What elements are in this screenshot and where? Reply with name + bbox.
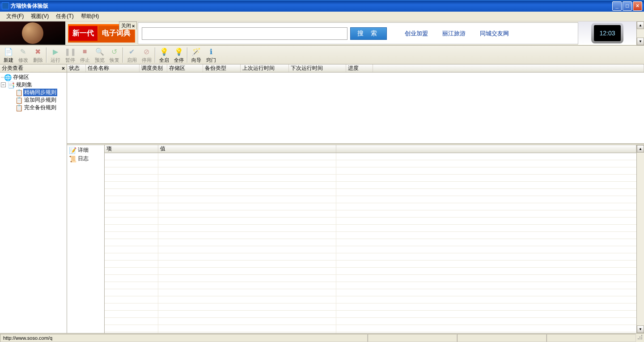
tb-new[interactable]: 📄新建	[1, 46, 16, 64]
detail-row[interactable]	[105, 203, 636, 210]
detail-tab-info[interactable]: 📝 详细	[67, 146, 104, 154]
search-input[interactable]	[142, 27, 347, 40]
tree-node-rule-2[interactable]: 📋 完全备份规则	[13, 104, 66, 111]
detail-row[interactable]	[105, 182, 636, 189]
tb-enable: ✔启用	[124, 46, 139, 64]
detail-header: 项 值	[105, 145, 636, 153]
tree-node-rule-0[interactable]: 📋 精确同步规则	[13, 89, 66, 96]
minimize-button[interactable]: _	[612, 1, 622, 11]
col-backup-type[interactable]: 备份类型	[203, 64, 241, 72]
collapse-icon[interactable]: −	[1, 82, 6, 87]
tb-preview: 🔍预览	[92, 46, 107, 64]
col-status[interactable]: 状态	[67, 64, 86, 72]
detail-row[interactable]	[105, 167, 636, 175]
col-nextrun[interactable]: 下次运行时间	[289, 64, 346, 72]
tb-wizard[interactable]: 🪄向导	[189, 46, 203, 64]
sidebar-close-icon[interactable]: ×	[62, 65, 65, 72]
detail-row[interactable]	[105, 160, 636, 167]
detail-row[interactable]	[105, 253, 636, 261]
ad-close-tab[interactable]: 关闭 ×	[119, 21, 137, 30]
detail-row[interactable]	[105, 282, 636, 289]
detail-scrollbar[interactable]: ▲ ▼	[636, 145, 644, 333]
detail-row[interactable]	[105, 153, 636, 160]
detail-tabs: 📝 详细 📜 日志	[67, 145, 105, 333]
close-button[interactable]: ×	[633, 1, 642, 11]
scroll-down-icon[interactable]: ▼	[637, 38, 644, 45]
detail-row[interactable]	[105, 325, 636, 332]
scroll-up-icon[interactable]: ▲	[637, 21, 644, 29]
detail-col-item[interactable]: 项	[105, 145, 158, 153]
ruleset-icon: 📑	[7, 81, 14, 89]
ad-link-1[interactable]: 丽江旅游	[442, 30, 466, 38]
col-name[interactable]: 任务名称	[86, 64, 140, 72]
tb-allstart[interactable]: 💡全启	[157, 46, 171, 64]
toolbar-separator	[155, 47, 156, 63]
detail-row[interactable]	[105, 189, 636, 196]
search-button[interactable]: 搜 索	[350, 27, 387, 40]
tb-tips[interactable]: ℹ窍门	[203, 46, 218, 64]
tree: ┄ 🌐 存储区 − 📑 规则集 📋 精确同步规则 📋 追加同步规则	[0, 73, 67, 112]
detail-row[interactable]	[105, 239, 636, 246]
tb-allstop[interactable]: 💡全停	[171, 46, 186, 64]
detail-row[interactable]	[105, 311, 636, 318]
sidebar-header: 分类查看 ×	[0, 64, 67, 73]
detail-col-value[interactable]: 值	[158, 145, 336, 153]
scroll-track[interactable]	[637, 153, 644, 325]
main-area: 分类查看 × ┄ 🌐 存储区 − 📑 规则集 📋 精确同步规则 📋	[0, 64, 644, 333]
detail-pane: 📝 详细 📜 日志 项 值 ▲ ▼	[67, 145, 644, 333]
detail-row[interactable]	[105, 232, 636, 239]
menu-help[interactable]: 帮助(H)	[77, 12, 103, 21]
ad-scrollbar[interactable]: ▲ ▼	[636, 21, 644, 45]
menu-file[interactable]: 文件(F)	[3, 12, 27, 21]
maximize-button[interactable]: □	[623, 1, 632, 11]
resize-grip-icon[interactable]	[636, 335, 644, 341]
detail-row[interactable]	[105, 332, 636, 333]
tree-node-rule-1[interactable]: 📋 追加同步规则	[13, 96, 66, 104]
col-storage[interactable]: 存储区	[167, 64, 203, 72]
detail-row[interactable]	[105, 225, 636, 232]
detail-row[interactable]	[105, 304, 636, 311]
col-lastrun[interactable]: 上次运行时间	[241, 64, 289, 72]
tb-recover: ↺恢复	[107, 46, 122, 64]
detail-row[interactable]	[105, 196, 636, 203]
ad-link-2[interactable]: 同城交友网	[480, 30, 509, 38]
detail-row[interactable]	[105, 318, 636, 325]
app-icon	[2, 2, 9, 9]
scroll-track[interactable]	[637, 29, 644, 38]
svg-rect-3	[638, 338, 639, 339]
detail-row[interactable]	[105, 296, 636, 304]
scroll-up-icon[interactable]: ▲	[637, 145, 644, 153]
scroll-down-icon[interactable]: ▼	[637, 325, 644, 333]
ad-phone[interactable]: 12:03	[578, 21, 636, 45]
toolbar: 📄新建 ✎修改 ✖删除 ▶运行 ❚❚暂停 ■停止 🔍预览 ↺恢复 ✔启用 ⊘停用…	[0, 46, 644, 64]
detail-row[interactable]	[105, 268, 636, 275]
col-progress[interactable]: 进度	[346, 64, 373, 72]
detail-tab-log[interactable]: 📜 日志	[67, 154, 104, 163]
status-cell-3	[547, 334, 636, 342]
tree-node-storage[interactable]: ┄ 🌐 存储区	[1, 73, 66, 81]
ad-close-label: 关闭	[121, 22, 131, 29]
tb-stop: ■停止	[77, 46, 92, 64]
detail-row[interactable]	[105, 246, 636, 253]
detail-row[interactable]	[105, 175, 636, 182]
detail-rows[interactable]	[105, 153, 636, 333]
menu-task[interactable]: 任务(T)	[52, 12, 77, 21]
task-grid-body[interactable]	[67, 73, 644, 143]
tips-icon: ℹ	[206, 47, 216, 56]
tb-edit: ✎修改	[16, 46, 30, 64]
ad-close-x-icon[interactable]: ×	[132, 23, 135, 29]
detail-row[interactable]	[105, 218, 636, 225]
detail-row[interactable]	[105, 261, 636, 268]
ad-image-left[interactable]	[0, 21, 65, 45]
preview-icon: 🔍	[95, 47, 105, 56]
detail-row[interactable]	[105, 289, 636, 296]
tree-node-ruleset[interactable]: − 📑 规则集	[1, 81, 66, 89]
detail-row[interactable]	[105, 210, 636, 218]
menu-view[interactable]: 视图(V)	[27, 12, 52, 21]
ad-search-panel: 搜 索 创业加盟 丽江旅游 同城交友网	[138, 22, 578, 44]
ad-links: 创业加盟 丽江旅游 同城交友网	[405, 30, 509, 38]
detail-row[interactable]	[105, 275, 636, 282]
col-sched[interactable]: 调度类别	[140, 64, 167, 72]
ad-link-0[interactable]: 创业加盟	[405, 30, 428, 38]
allstart-icon: 💡	[159, 47, 169, 56]
